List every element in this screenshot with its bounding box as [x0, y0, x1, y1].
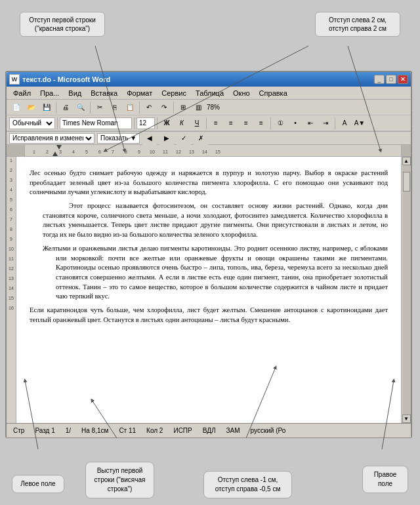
- toolbar-area: 📄 📂 💾 🖨 🔍 ✂ ⎘ 📋 ↶ ↷ ⊞ ▥ 78% Обычный: [7, 100, 411, 132]
- paste-button[interactable]: 📋: [123, 101, 137, 114]
- status-ispr: ИСПР: [171, 427, 194, 434]
- track-changes-select[interactable]: Исправления в измененном документе: [9, 133, 94, 144]
- accept-button[interactable]: ✓: [177, 132, 191, 145]
- title-controls: _ □ ✕: [374, 75, 408, 84]
- annotation-bottom-right-field: Правое поле: [362, 466, 408, 493]
- sep2: [90, 102, 91, 113]
- save-button[interactable]: 💾: [39, 101, 54, 114]
- status-kol: Кол 2: [144, 427, 165, 434]
- sep4: [173, 102, 174, 113]
- ruler-right-margin: [401, 145, 411, 156]
- sep3: [139, 102, 140, 113]
- sep10: [335, 117, 335, 129]
- font-size-input[interactable]: [136, 117, 155, 129]
- status-lang: русский (Ро: [248, 427, 289, 434]
- indent-decrease-button[interactable]: ⇤: [303, 117, 318, 130]
- font-name-input[interactable]: [60, 117, 132, 129]
- status-bar: Стр Разд 1 1/ На 8,1см Ст 11 Кол 2 ИСПР …: [7, 423, 411, 437]
- app-icon: W: [9, 74, 20, 85]
- status-na: На 8,1см: [79, 427, 111, 434]
- annotation-bottom-left-field: Левое поле: [12, 475, 64, 493]
- sep9: [270, 117, 271, 129]
- toolbar-row-2: Обычный Ж К Ч ≡ ≡ ≡ ≡ ① • ⇤ ⇥ A A▼: [7, 115, 411, 131]
- scroll-down-button[interactable]: ▼: [402, 414, 411, 423]
- columns-button[interactable]: ▥: [191, 101, 205, 114]
- underline-button[interactable]: Ч: [190, 117, 204, 130]
- annotation-bottom-third: Отступ слева -1 см, отступ справа -0,5 с…: [203, 471, 292, 498]
- table-button[interactable]: ⊞: [176, 101, 190, 114]
- indent-increase-button[interactable]: ⇥: [318, 117, 333, 130]
- paragraph-4: Если каратиноидов чуть больше, чем хлоро…: [30, 306, 388, 325]
- menu-table[interactable]: Таблица: [192, 89, 228, 98]
- cut-button[interactable]: ✂: [93, 101, 107, 114]
- prev-change-button[interactable]: ◀: [142, 132, 157, 145]
- style-select[interactable]: Обычный: [9, 117, 55, 129]
- font-color-button[interactable]: A▼: [352, 117, 367, 130]
- scrollbar: ▲ ▼: [401, 157, 411, 423]
- word-window: W текст.do - Microsoft Word _ □ ✕ Файл П…: [5, 71, 412, 438]
- paragraph-2: Этот процесс называется фотосинтезом, он…: [43, 201, 388, 240]
- menu-file[interactable]: Файл: [9, 89, 35, 98]
- undo-button[interactable]: ↶: [142, 101, 156, 114]
- ruler-main[interactable]: 1 2 3 4 5 6 7 8 9 10 11 12 13 14 15: [25, 145, 401, 156]
- status-st: Ст 11: [116, 427, 138, 434]
- status-zam: ЗАМ: [224, 427, 243, 434]
- highlight-button[interactable]: A: [337, 117, 352, 130]
- annotation-top-left: Отступ первой строки ("красная строка"): [20, 12, 105, 37]
- menu-format[interactable]: Формат: [123, 89, 156, 98]
- redo-button[interactable]: ↷: [157, 101, 171, 114]
- maximize-button[interactable]: □: [386, 75, 396, 84]
- review-bar: Исправления в измененном документе Показ…: [7, 132, 411, 145]
- menu-bar: Файл Пра... Вид Вставка Формат Сервис Та…: [7, 87, 411, 100]
- reject-button[interactable]: ✗: [194, 132, 208, 145]
- preview-button[interactable]: 🔍: [74, 101, 88, 114]
- sep5: [57, 117, 58, 129]
- sep8: [206, 117, 207, 129]
- scroll-thumb[interactable]: [403, 172, 410, 192]
- ruler: 1 2 3 4 5 6 7 8 9 10 11 12 13 14 15: [7, 145, 411, 157]
- status-page: 1/: [63, 427, 74, 434]
- align-justify-button[interactable]: ≡: [254, 117, 268, 130]
- numbering-button[interactable]: ①: [273, 117, 287, 130]
- zoom-button[interactable]: 78%: [206, 101, 220, 114]
- sep7: [157, 117, 158, 129]
- align-right-button[interactable]: ≡: [239, 117, 253, 130]
- left-indent-marker[interactable]: [52, 152, 58, 156]
- first-line-indent-marker[interactable]: [56, 145, 62, 150]
- menu-help[interactable]: Справка: [255, 89, 291, 98]
- window-title: текст.do - Microsoft Word: [22, 75, 110, 83]
- print-button[interactable]: 🖨: [58, 101, 73, 114]
- status-razdel: Разд 1: [32, 427, 57, 434]
- vertical-ruler: 1 2 3 4 5 6 7 8 9 10 11 12 13 14 15 16: [7, 157, 16, 423]
- bold-button[interactable]: Ж: [159, 117, 174, 130]
- bullets-button[interactable]: •: [288, 117, 303, 130]
- menu-view[interactable]: Вид: [64, 89, 85, 98]
- toolbar-row-1: 📄 📂 💾 🖨 🔍 ✂ ⎘ 📋 ↶ ↷ ⊞ ▥ 78%: [7, 100, 411, 115]
- show-button[interactable]: Показать ▼: [97, 133, 140, 144]
- open-button[interactable]: 📂: [24, 101, 39, 114]
- status-str: Стр: [10, 427, 27, 434]
- align-left-button[interactable]: ≡: [209, 117, 223, 130]
- status-vdl: ВДЛ: [200, 427, 219, 434]
- annotation-bottom-second: Выступ первой строки ("висячая строка"): [85, 462, 154, 498]
- menu-edit[interactable]: Пра...: [36, 89, 63, 98]
- sep6: [134, 117, 135, 129]
- close-button[interactable]: ✕: [398, 75, 408, 84]
- scroll-track[interactable]: [402, 165, 411, 414]
- ruler-left-margin: [7, 145, 25, 156]
- page-content[interactable]: Лес осенью будто снимает рабочую одежду …: [16, 157, 401, 423]
- menu-tools[interactable]: Сервис: [158, 89, 190, 98]
- annotation-top-right: Отступ слева 2 см, отступ справа 2 см: [315, 12, 400, 37]
- align-center-button[interactable]: ≡: [224, 117, 238, 130]
- next-change-button[interactable]: ▶: [159, 132, 174, 145]
- paragraph-1: Лес осенью будто снимает рабочую одежду …: [30, 169, 388, 197]
- menu-window[interactable]: Окно: [229, 89, 254, 98]
- new-button[interactable]: 📄: [9, 101, 24, 114]
- italic-button[interactable]: К: [175, 117, 189, 130]
- minimize-button[interactable]: _: [374, 75, 385, 84]
- scroll-up-button[interactable]: ▲: [402, 157, 411, 165]
- title-bar: W текст.do - Microsoft Word _ □ ✕: [7, 72, 411, 87]
- copy-button[interactable]: ⎘: [108, 101, 122, 114]
- doc-area: 1 2 3 4 5 6 7 8 9 10 11 12 13 14 15 16 Л…: [7, 157, 411, 423]
- menu-insert[interactable]: Вставка: [87, 89, 121, 98]
